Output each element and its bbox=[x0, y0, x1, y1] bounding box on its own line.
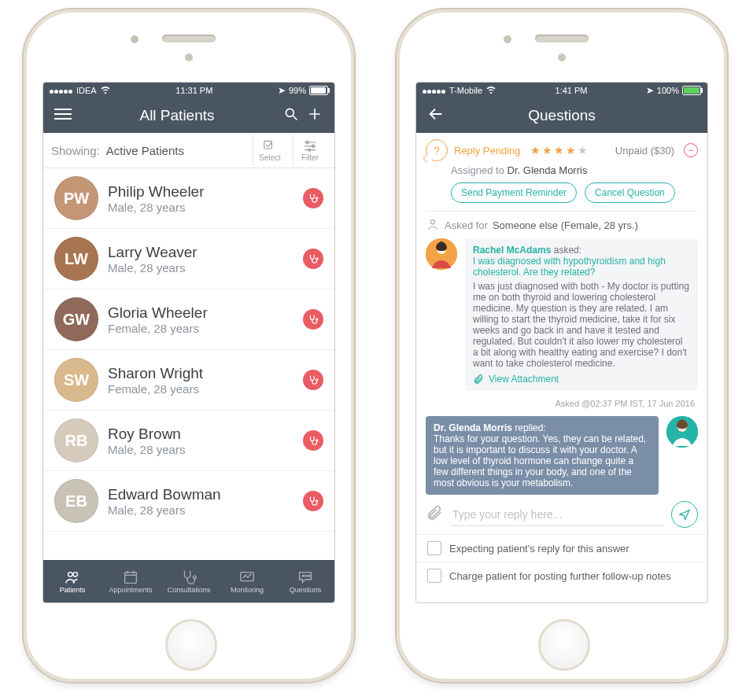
tab-monitoring[interactable]: Monitoring bbox=[218, 569, 276, 594]
svg-point-25 bbox=[302, 575, 304, 577]
reply-input[interactable] bbox=[451, 503, 663, 526]
stethoscope-icon[interactable] bbox=[303, 309, 323, 330]
monitoring-icon bbox=[237, 569, 257, 586]
header-bar: Questions bbox=[416, 98, 707, 133]
home-button[interactable] bbox=[538, 619, 590, 671]
tab-appointments[interactable]: Appointments bbox=[102, 569, 160, 594]
patient-list[interactable]: PW Philip Wheeler Male, 28 years LW Larr… bbox=[43, 168, 334, 560]
option-row[interactable]: Expecting patient's reply for this answe… bbox=[416, 534, 707, 562]
patient-name: Roy Brown bbox=[108, 426, 185, 443]
patient-row[interactable]: RB Roy Brown Male, 28 years bbox=[43, 411, 334, 471]
paperclip-icon bbox=[473, 374, 484, 385]
stethoscope-icon[interactable] bbox=[303, 249, 323, 269]
tab-questions[interactable]: Questions bbox=[276, 569, 334, 594]
search-button[interactable] bbox=[279, 106, 303, 126]
filter-button[interactable]: Filter bbox=[293, 134, 327, 166]
clock-label: 1:41 PM bbox=[556, 86, 588, 95]
star-icon: ★ bbox=[542, 144, 552, 157]
patient-row[interactable]: GW Gloria Wheeler Female, 28 years bbox=[43, 289, 334, 350]
asker-avatar bbox=[426, 238, 457, 270]
reply-message: Dr. Glenda Morris replied: Thanks for yo… bbox=[426, 416, 698, 495]
battery-fill-right bbox=[684, 87, 700, 94]
consultations-icon bbox=[179, 569, 199, 586]
svg-point-17 bbox=[68, 573, 73, 577]
svg-point-26 bbox=[305, 575, 307, 577]
user-icon bbox=[426, 218, 440, 232]
header-bar: All Patients bbox=[43, 98, 334, 133]
filter-icon bbox=[302, 139, 318, 152]
patient-sub: Male, 28 years bbox=[108, 443, 185, 456]
location-icon: ➤ bbox=[646, 85, 654, 96]
patient-sub: Female, 28 years bbox=[108, 382, 203, 396]
phone-frame-right: T-Mobile 1:41 PM ➤ 100% Questions bbox=[395, 8, 729, 683]
send-reminder-button[interactable]: Send Payment Reminder bbox=[451, 182, 577, 203]
add-button[interactable] bbox=[303, 106, 327, 126]
carrier-label: T-Mobile bbox=[449, 86, 482, 95]
doctor-name: Dr. Glenda Morris bbox=[434, 422, 512, 433]
wifi-icon bbox=[485, 85, 497, 96]
tab-consultations[interactable]: Consultations bbox=[160, 569, 218, 594]
appointments-icon bbox=[120, 569, 141, 586]
question-meta-bar: ? Reply Pending ★★★★★ Unpaid ($30) − bbox=[416, 133, 707, 164]
svg-point-0 bbox=[286, 109, 293, 116]
patient-sub: Male, 28 years bbox=[108, 503, 221, 517]
question-body: I was just diagnosed with both - My doct… bbox=[473, 281, 690, 369]
send-button[interactable] bbox=[671, 501, 698, 528]
remove-icon[interactable]: − bbox=[684, 143, 698, 157]
doctor-avatar bbox=[666, 416, 698, 448]
patient-row[interactable]: SW Sharon Wright Female, 28 years bbox=[43, 350, 334, 411]
menu-button[interactable] bbox=[51, 105, 75, 127]
cancel-question-button[interactable]: Cancel Question bbox=[585, 182, 675, 203]
tab-patients[interactable]: Patients bbox=[43, 569, 102, 594]
payment-status: Unpaid ($30) bbox=[615, 145, 674, 157]
battery-icon bbox=[309, 86, 328, 95]
showing-value[interactable]: Active Patients bbox=[106, 144, 184, 157]
rating-stars: ★★★★★ bbox=[530, 144, 588, 157]
page-title: Questions bbox=[448, 107, 676, 124]
view-attachment-link[interactable]: View Attachment bbox=[473, 374, 690, 385]
reply-body: Thanks for your question. Yes, they can … bbox=[434, 433, 651, 488]
option-row[interactable]: Charge patient for posting further follo… bbox=[416, 562, 707, 589]
svg-point-12 bbox=[316, 258, 318, 260]
patient-sub: Female, 28 years bbox=[108, 322, 208, 335]
svg-point-15 bbox=[316, 440, 318, 441]
assigned-to: Assigned to Dr. Glenda Morris bbox=[416, 164, 707, 182]
svg-point-13 bbox=[316, 319, 318, 320]
status-bar: T-Mobile 1:41 PM ➤ 100% bbox=[416, 83, 707, 98]
patient-avatar: SW bbox=[54, 358, 98, 402]
search-icon bbox=[283, 106, 299, 122]
patient-name: Edward Bowman bbox=[108, 486, 221, 503]
checkbox-icon[interactable] bbox=[427, 541, 441, 555]
battery-fill-left bbox=[311, 87, 326, 94]
phone-frame-left: IDEA 11:31 PM ➤ 99% All Patients bbox=[22, 8, 356, 683]
svg-rect-4 bbox=[264, 141, 272, 149]
patient-avatar: LW bbox=[54, 237, 98, 281]
select-icon bbox=[262, 139, 278, 152]
patient-row[interactable]: LW Larry Weaver Male, 28 years bbox=[43, 229, 334, 289]
stethoscope-icon[interactable] bbox=[303, 188, 323, 208]
stethoscope-icon[interactable] bbox=[303, 491, 323, 511]
patient-name: Sharon Wright bbox=[108, 365, 203, 382]
asker-name: Rachel McAdams bbox=[473, 245, 551, 256]
home-button[interactable] bbox=[165, 619, 217, 671]
filter-bar: Showing: Active Patients Select Filter bbox=[43, 133, 334, 168]
questions-icon bbox=[295, 569, 316, 586]
patient-avatar: GW bbox=[54, 297, 98, 341]
battery-icon bbox=[682, 86, 701, 95]
attach-button[interactable] bbox=[426, 504, 443, 525]
stethoscope-icon[interactable] bbox=[303, 370, 323, 390]
svg-point-11 bbox=[316, 197, 318, 199]
patient-sub: Male, 28 years bbox=[108, 261, 197, 274]
back-button[interactable] bbox=[424, 105, 448, 127]
location-icon: ➤ bbox=[278, 85, 286, 96]
select-button[interactable]: Select bbox=[253, 134, 286, 166]
compose-row bbox=[416, 495, 707, 534]
arrow-left-icon bbox=[427, 105, 445, 123]
hamburger-icon bbox=[54, 105, 72, 123]
patient-row[interactable]: EB Edward Bowman Male, 28 years bbox=[43, 471, 334, 532]
patient-row[interactable]: PW Philip Wheeler Male, 28 years bbox=[43, 168, 334, 229]
checkbox-icon[interactable] bbox=[427, 569, 441, 583]
patient-name: Gloria Wheeler bbox=[108, 304, 208, 322]
svg-point-14 bbox=[316, 379, 318, 381]
stethoscope-icon[interactable] bbox=[303, 430, 323, 451]
